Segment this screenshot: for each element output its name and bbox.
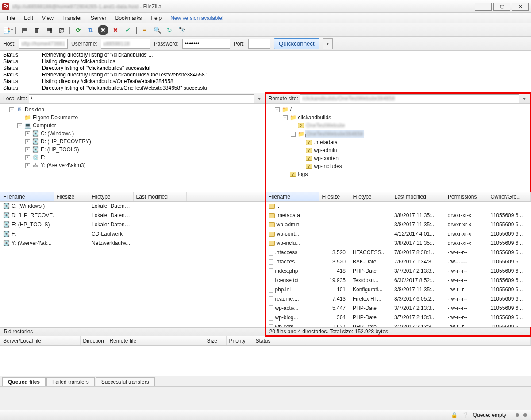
- list-item[interactable]: ..: [266, 202, 531, 211]
- list-item[interactable]: wp-cont...4/12/2017 4:01:...drwxr-xr-x11…: [266, 229, 531, 239]
- tree-item-clickandbuilds[interactable]: clickandbuilds: [297, 114, 332, 122]
- list-item[interactable]: readme....7.413Firefox HT...8/3/2017 6:0…: [266, 294, 531, 304]
- transfer-queue[interactable]: Server/Local file Direction Remote file …: [0, 336, 531, 376]
- tree-item-logs[interactable]: logs: [297, 170, 309, 178]
- list-item[interactable]: wp-blog...364PHP-Datei3/7/2017 2:13:3...…: [266, 313, 531, 322]
- list-item[interactable]: 💽E: (HP_TOOLS)Lokaler Datent...: [0, 220, 265, 229]
- cancel-button[interactable]: ✖: [98, 25, 108, 35]
- close-button[interactable]: ✕: [512, 3, 529, 11]
- list-item[interactable]: php.ini101Konfigurati...3/8/2017 11:35:.…: [266, 285, 531, 294]
- tree-item-drive-d[interactable]: D: (HP_RECOVERY): [40, 137, 92, 145]
- maximize-button[interactable]: ▢: [493, 3, 510, 11]
- local-col-filetype[interactable]: Filetype: [89, 192, 133, 202]
- toggle-queue-button[interactable]: ▧: [56, 25, 67, 35]
- filter-button[interactable]: ≡: [139, 25, 150, 35]
- list-item[interactable]: 💽Y: (\\server4\ak...Netzwerklaufw...: [0, 239, 265, 248]
- tree-item-wpincludes[interactable]: wp-includes: [313, 162, 343, 170]
- local-col-filename[interactable]: Filename: [0, 192, 54, 202]
- remote-file-list[interactable]: Filename Filesize Filetype Last modified…: [266, 192, 531, 327]
- tree-item-drive-c[interactable]: C: (Windows ): [40, 130, 75, 137]
- port-input[interactable]: [248, 39, 270, 49]
- remote-col-filetype[interactable]: Filetype: [350, 192, 392, 202]
- password-input[interactable]: [182, 39, 230, 49]
- help-icon[interactable]: ❔: [462, 412, 469, 418]
- local-tree[interactable]: −🖥Desktop 📁Eigene Dokumente −💻Computer +…: [0, 104, 266, 192]
- tree-item-site2-selected[interactable]: OneTestWebsite384658: [305, 130, 365, 138]
- list-item[interactable]: wp-activ...5.447PHP-Datei3/7/2017 2:13:3…: [266, 304, 531, 313]
- tree-item-documents[interactable]: Eigene Dokumente: [32, 114, 79, 122]
- menu-bookmarks[interactable]: Bookmarks: [111, 14, 146, 23]
- toggle-messagelog-button[interactable]: ▤: [19, 25, 30, 35]
- list-item[interactable]: .metadata3/8/2017 11:35:...drwxr-xr-x110…: [266, 211, 531, 220]
- queue-col-size[interactable]: Size: [204, 336, 226, 346]
- sync-browse-button[interactable]: ↻: [164, 25, 175, 35]
- menu-edit[interactable]: Edit: [19, 14, 38, 23]
- list-item[interactable]: .htacces...3.520BAK-Datei7/6/2017 1:34:3…: [266, 257, 531, 267]
- remote-col-owner[interactable]: Owner/Gro...: [488, 192, 530, 202]
- remote-col-filesize[interactable]: Filesize: [319, 192, 350, 202]
- queue-col-direction[interactable]: Direction: [80, 336, 107, 346]
- menu-server[interactable]: Server: [86, 14, 111, 23]
- local-site-dropdown[interactable]: ▾: [256, 95, 263, 102]
- new-version-link[interactable]: New version available!: [166, 14, 228, 23]
- find-button[interactable]: 🔭: [177, 25, 187, 35]
- tree-item-drive-y[interactable]: Y: (\\server4\akm3): [40, 161, 86, 169]
- tab-failed-transfers[interactable]: Failed transfers: [46, 377, 95, 386]
- refresh-button[interactable]: ⟳: [73, 25, 84, 35]
- remote-site-dropdown[interactable]: ▾: [521, 95, 528, 102]
- list-item[interactable]: index.php418PHP-Datei3/7/2017 2:13:3...-…: [266, 267, 531, 276]
- remote-site-input[interactable]: [300, 94, 519, 103]
- remote-col-modified[interactable]: Last modified: [392, 192, 445, 202]
- remote-col-permissions[interactable]: Permissions: [445, 192, 488, 202]
- queue-col-serverlocal[interactable]: Server/Local file: [0, 336, 80, 346]
- remote-col-filename[interactable]: Filename: [266, 192, 319, 202]
- list-item[interactable]: wp-inclu...3/8/2017 11:35:...drwxr-xr-x1…: [266, 239, 531, 248]
- tree-item-wpcontent[interactable]: wp-content: [313, 154, 341, 162]
- local-site-input[interactable]: [29, 94, 254, 103]
- quickconnect-history-button[interactable]: ▾: [323, 38, 333, 49]
- tab-queued-files[interactable]: Queued files: [2, 377, 46, 386]
- toggle-localtree-button[interactable]: ▥: [31, 25, 42, 35]
- menu-view[interactable]: View: [38, 14, 58, 23]
- list-item[interactable]: 💽C: (Windows )Lokaler Datent...: [0, 202, 265, 211]
- local-col-modified[interactable]: Last modified: [133, 192, 186, 202]
- process-queue-button[interactable]: ⇅: [85, 25, 96, 35]
- username-input[interactable]: [101, 39, 150, 49]
- tree-item-wpadmin[interactable]: wp-admin: [313, 146, 338, 154]
- tab-successful-transfers[interactable]: Successful transfers: [96, 377, 155, 386]
- menu-file[interactable]: File: [2, 14, 19, 23]
- message-log[interactable]: Status:Retrieving directory listing of "…: [0, 51, 531, 93]
- local-file-list[interactable]: Filename Filesize Filetype Last modified…: [0, 192, 266, 327]
- remote-tree[interactable]: −📁/ −📁clickandbuilds ?OneTestWebsite −📁O…: [266, 104, 531, 192]
- lock-icon[interactable]: 🔒: [451, 412, 458, 418]
- list-item[interactable]: wp-admin3/8/2017 11:35:...drwxr-xr-x1105…: [266, 220, 531, 229]
- menu-transfer[interactable]: Transfer: [58, 14, 86, 23]
- tree-item-computer[interactable]: Computer: [32, 122, 57, 130]
- list-item[interactable]: 💽D: (HP_RECOVE...Lokaler Datent...: [0, 211, 265, 220]
- tree-item-root[interactable]: /: [289, 106, 292, 114]
- minimize-button[interactable]: —: [475, 3, 492, 11]
- queue-col-extra[interactable]: [306, 336, 531, 346]
- list-item[interactable]: wp-com...1.627PHP-Datei3/7/2017 2:13:3..…: [266, 322, 531, 327]
- disconnect-button[interactable]: ✖: [110, 25, 121, 35]
- site-manager-button[interactable]: 📑: [2, 25, 13, 35]
- toggle-remotetree-button[interactable]: ▦: [44, 25, 54, 35]
- tree-item-drive-f[interactable]: F:: [40, 153, 46, 161]
- menu-help[interactable]: Help: [146, 14, 166, 23]
- queue-col-priority[interactable]: Priority: [226, 336, 253, 346]
- queue-col-status[interactable]: Status: [253, 336, 306, 346]
- local-col-filesize[interactable]: Filesize: [54, 192, 89, 202]
- quickconnect-button[interactable]: Quickconnect: [274, 38, 319, 49]
- reconnect-button[interactable]: ✔: [123, 25, 133, 35]
- list-item[interactable]: license.txt19.935Textdoku...6/30/2017 8:…: [266, 276, 531, 285]
- compare-button[interactable]: 🔍: [152, 25, 162, 35]
- queue-col-remotefile[interactable]: Remote file: [107, 336, 204, 346]
- tree-item-metadata[interactable]: .metadata: [313, 138, 339, 146]
- local-col-extra[interactable]: [186, 192, 265, 202]
- tree-item-desktop[interactable]: Desktop: [24, 106, 45, 114]
- host-input[interactable]: [19, 39, 68, 49]
- tree-item-site1[interactable]: OneTestWebsite: [305, 122, 346, 130]
- list-item[interactable]: 💽F:CD-Laufwerk: [0, 229, 265, 239]
- list-item[interactable]: .htaccess3.520HTACCESS...7/6/2017 8:38:1…: [266, 248, 531, 257]
- tree-item-drive-e[interactable]: E: (HP_TOOLS): [40, 145, 80, 153]
